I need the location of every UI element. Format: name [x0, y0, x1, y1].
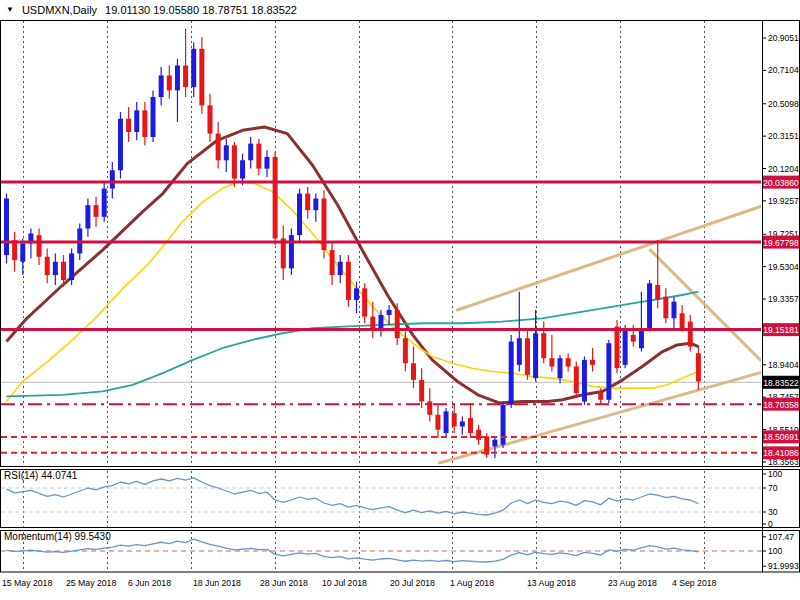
level-price-label-text: 18.70358 — [763, 400, 799, 410]
candle-bull — [297, 189, 302, 242]
candle-body — [501, 405, 506, 445]
candle-body — [574, 367, 579, 394]
candle-body — [623, 328, 628, 365]
candle-body — [338, 262, 343, 275]
candle-body — [598, 393, 603, 400]
date-tick-label: 28 Jun 2018 — [260, 578, 308, 588]
level-price-label-text: 19.67798 — [763, 238, 799, 248]
candle-body — [403, 338, 408, 363]
candle-bear — [574, 362, 579, 399]
rsi-tick-label: 100 — [768, 469, 782, 479]
level-price-label-text: 20.03860 — [763, 178, 799, 188]
price-tick-label: 20.12040 — [768, 164, 800, 174]
level-price-label-text: 18.50691 — [763, 432, 799, 442]
price-tick-label: 20.71040 — [768, 65, 800, 75]
level-price-label: 19.15181 — [763, 323, 799, 336]
candle-body — [639, 328, 644, 348]
candle-body — [118, 119, 123, 171]
level-price-label-text: 18.41086 — [763, 448, 799, 458]
candle-body — [94, 205, 99, 217]
candle-body — [248, 144, 253, 161]
candle-body — [224, 145, 229, 160]
candle-body — [4, 199, 9, 256]
candle-body — [102, 189, 107, 217]
date-tick-label: 13 Aug 2018 — [527, 578, 576, 588]
candle-body — [444, 411, 449, 433]
candle-body — [289, 235, 294, 268]
candle-bull — [118, 112, 123, 179]
candle-body — [208, 105, 213, 133]
candle-body — [313, 199, 318, 211]
candle-body — [549, 358, 554, 366]
candle-body — [688, 322, 693, 347]
candle-body — [167, 75, 172, 90]
candle-bull — [623, 325, 628, 368]
candle-body — [126, 119, 131, 132]
candle-body — [61, 262, 66, 280]
level-price-label-text: 19.15181 — [763, 325, 799, 335]
candle-body — [305, 194, 310, 211]
candle-body — [273, 157, 278, 239]
current-price-label: 18.83522 — [763, 376, 799, 389]
candle-body — [696, 353, 701, 381]
candle-body — [680, 313, 685, 328]
date-tick-label: 10 Jul 2018 — [322, 578, 367, 588]
price-tick-label: 19.53040 — [768, 262, 800, 272]
candle-bull — [289, 228, 294, 275]
candle-body — [452, 413, 457, 426]
candle-body — [582, 360, 587, 402]
momentum-tick-label: 100 — [768, 546, 782, 556]
candle-bull — [582, 357, 587, 405]
date-tick-label: 1 Aug 2018 — [450, 578, 494, 588]
candle-bull — [509, 335, 514, 408]
candle-body — [354, 288, 359, 300]
candle-body — [419, 380, 424, 402]
level-price-label: 18.50691 — [763, 430, 799, 443]
candle-bear — [273, 152, 278, 245]
candle-body — [411, 363, 416, 380]
price-tick-label: 19.33570 — [768, 294, 800, 304]
candle-body — [53, 262, 58, 275]
momentum-tick-label: 107.47 — [768, 532, 794, 542]
rsi-indicator-label: RSI(14) 44.0741 — [4, 470, 77, 481]
candle-body — [346, 262, 351, 300]
candle-body — [330, 250, 335, 275]
date-tick-label: 25 May 2018 — [66, 578, 116, 588]
candle-bull — [501, 401, 506, 448]
date-tick-label: 23 Aug 2018 — [608, 578, 657, 588]
candle-bull — [606, 340, 611, 403]
candle-body — [85, 205, 90, 228]
price-tick-label: 20.50980 — [768, 99, 800, 109]
momentum-indicator-label: Momentum(14) 99.5430 — [4, 531, 111, 542]
price-tick-label: 18.94040 — [768, 360, 800, 370]
date-tick-label: 15 May 2018 — [2, 578, 52, 588]
candle-body — [435, 415, 440, 430]
candle-body — [663, 297, 668, 319]
candle-body — [671, 302, 676, 319]
candle-body — [362, 288, 367, 316]
candle-body — [142, 110, 147, 137]
candle-body — [647, 283, 652, 328]
candle-body — [427, 401, 432, 414]
candle-bull — [69, 248, 74, 285]
date-tick-label: 18 Jun 2018 — [193, 578, 241, 588]
price-tick-label: 20.31510 — [768, 131, 800, 141]
chart-window: ▼ USDMXN,Daily 19.01130 19.05580 18.7875… — [0, 0, 800, 600]
candle-body — [655, 285, 660, 300]
candle-body — [256, 144, 261, 169]
candle-body — [558, 358, 563, 378]
candle-body — [134, 110, 139, 132]
candle-body — [69, 253, 74, 280]
candle-body — [297, 194, 302, 236]
candle-bull — [151, 90, 156, 142]
date-axis[interactable]: 15 May 201825 May 20186 Jun 201818 Jun 2… — [2, 578, 717, 588]
candle-body — [590, 360, 595, 365]
candle-body — [264, 157, 269, 169]
level-price-label: 20.03860 — [763, 176, 799, 189]
chart-canvas[interactable]: 20.9051020.7104020.5098020.3151020.12040… — [0, 0, 800, 600]
candle-body — [533, 333, 538, 378]
rsi-tick-label: 70 — [768, 483, 778, 493]
candle-body — [45, 257, 50, 275]
candle-body — [615, 327, 620, 369]
date-tick-label: 4 Sep 2018 — [672, 578, 717, 588]
